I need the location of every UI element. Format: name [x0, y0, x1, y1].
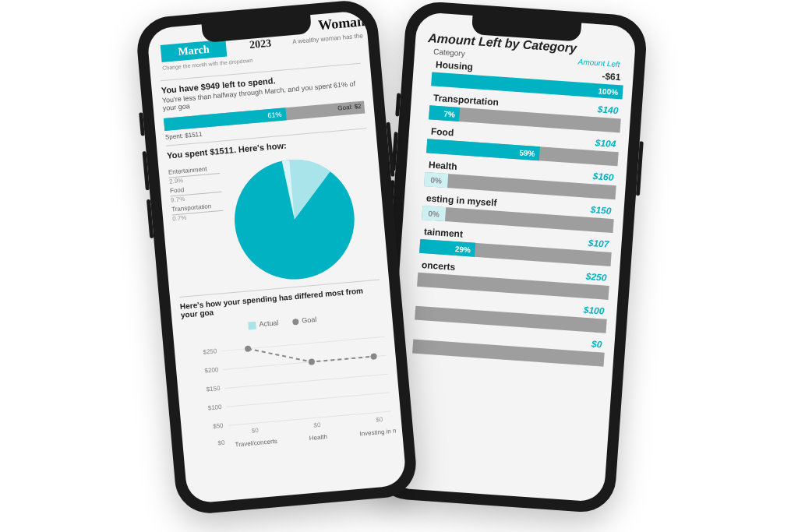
svg-text:$250: $250	[203, 347, 217, 356]
category-amount: $150	[590, 204, 612, 217]
category-amount: $140	[597, 104, 619, 116]
category-name: Health	[429, 159, 458, 172]
svg-point-12	[245, 345, 252, 352]
category-name: oncerts	[422, 259, 456, 273]
page-subtitle: A wealthy woman has the	[292, 32, 363, 45]
svg-text:$0: $0	[217, 439, 225, 446]
svg-line-11	[228, 411, 391, 425]
category-fill: 7%	[429, 105, 461, 122]
svg-text:Health: Health	[309, 433, 327, 442]
legend-goal-swatch	[292, 319, 299, 326]
svg-line-10	[226, 393, 389, 407]
svg-point-14	[370, 353, 377, 360]
category-amount: $107	[588, 238, 609, 250]
legend-goal: Goal	[302, 315, 317, 325]
svg-text:Investing in my: Investing in my	[359, 427, 396, 438]
svg-point-13	[309, 358, 316, 365]
legend-actual: Actual	[259, 319, 279, 328]
phone-screen-summary: Woman A wealthy woman has the March 2023…	[147, 10, 407, 504]
svg-text:Travel/concerts: Travel/concerts	[235, 437, 277, 448]
svg-text:$100: $100	[207, 403, 222, 411]
category-amount: -$61	[602, 71, 621, 83]
category-fill: 0%	[422, 206, 446, 221]
category-name: tainment	[424, 226, 464, 239]
svg-text:$50: $50	[213, 421, 224, 429]
category-name: Housing	[436, 59, 474, 72]
category-name: Transportation	[433, 93, 500, 108]
goal-progress-pct: 61%	[267, 111, 282, 120]
pie-label-list: Entertainment2.9%Food9.7%Transportation0…	[168, 164, 224, 224]
category-row: $0	[408, 326, 606, 366]
category-list: Housing-$61100%Transportation$1407%Food$…	[403, 58, 624, 367]
month-dropdown[interactable]: March	[161, 40, 228, 62]
category-amount: $104	[595, 137, 616, 150]
svg-text:$0: $0	[376, 416, 383, 424]
category-amount: $250	[585, 271, 607, 284]
phone-screen-categories: Amount Left by Category Category Amount …	[384, 12, 637, 502]
legend-actual-swatch	[248, 321, 256, 329]
goal-progress-goal: Goal: $2	[337, 103, 362, 112]
year-label: 2023	[249, 37, 271, 51]
category-name: Food	[431, 126, 454, 139]
phone-mock-right: Amount Left by Category Category Amount …	[373, 0, 648, 514]
category-amount: $160	[592, 171, 614, 183]
spend-pie-chart	[227, 152, 362, 287]
svg-text:$0: $0	[313, 421, 321, 428]
phone-side-button	[636, 141, 644, 196]
phone-mock-left: Woman A wealthy woman has the March 2023…	[135, 0, 419, 516]
col-category: Category	[433, 47, 465, 58]
category-amount: $100	[583, 305, 605, 317]
phone-side-button	[395, 93, 401, 116]
category-fill: 0%	[424, 172, 448, 188]
col-amount-left: Amount Left	[577, 57, 620, 69]
phone-side-button	[143, 151, 150, 190]
page-title-suffix: Woman	[317, 13, 365, 33]
phone-side-button	[139, 112, 145, 136]
actual-vs-goal-chart: $250 $200 $150 $100 $50 $0	[192, 322, 397, 452]
category-amount: $0	[591, 339, 602, 351]
svg-line-9	[224, 374, 387, 388]
svg-text:$150: $150	[206, 385, 221, 393]
svg-text:$0: $0	[251, 426, 259, 434]
svg-text:$200: $200	[204, 366, 219, 375]
category-fill: 29%	[419, 239, 475, 257]
phone-side-button	[147, 199, 154, 238]
